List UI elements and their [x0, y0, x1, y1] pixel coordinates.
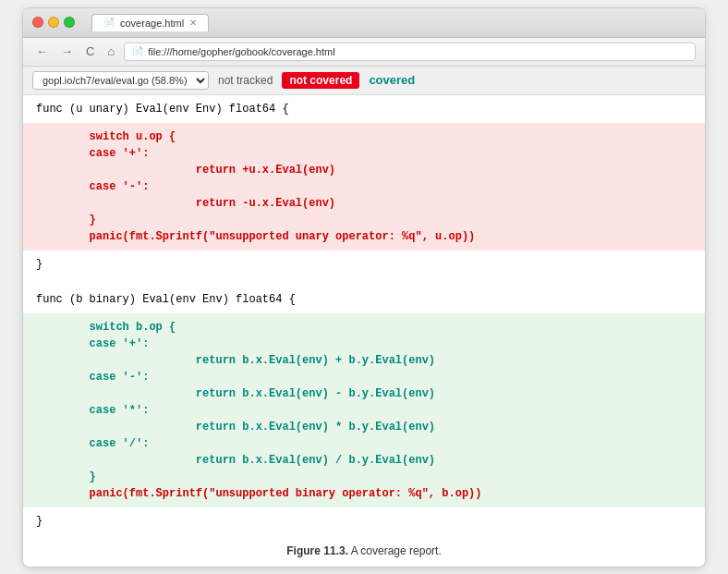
code-line: return -u.x.Eval(env): [36, 195, 692, 212]
code-line: switch b.op {: [36, 319, 692, 336]
code-line: return b.x.Eval(env) + b.y.Eval(env): [36, 352, 692, 369]
code-line: return b.x.Eval(env) / b.y.Eval(env): [36, 452, 692, 469]
code-line: }: [36, 212, 692, 228]
func1-body-block: switch u.op { case '+': return +u.x.Eval…: [23, 123, 705, 250]
code-line: panic(fmt.Sprintf("unsupported unary ope…: [36, 228, 692, 245]
not-tracked-label: not tracked: [218, 74, 273, 87]
not-covered-badge: not covered: [282, 72, 359, 89]
nav-bar: ← → C ⌂ 📄 file:///home/gopher/gobook/cov…: [23, 38, 705, 67]
maximize-button[interactable]: [64, 17, 75, 28]
url-text: file:///home/gopher/gobook/coverage.html: [148, 46, 334, 57]
func1-close-block: }: [23, 250, 705, 278]
code-line: case '/':: [36, 435, 692, 452]
code-line: return b.x.Eval(env) - b.y.Eval(env): [36, 385, 692, 402]
func2-body-block: switch b.op { case '+': return b.x.Eval(…: [23, 313, 705, 507]
forward-button[interactable]: →: [57, 43, 77, 60]
page-icon: 📄: [132, 46, 143, 56]
tab-bar: 📄 coverage.html ✕: [91, 14, 696, 31]
coverage-toolbar: gopl.io/ch7/eval/eval.go (58.8%) not tra…: [23, 67, 705, 95]
url-bar[interactable]: 📄 file:///home/gopher/gobook/coverage.ht…: [124, 43, 696, 61]
code-line: case '+':: [36, 336, 692, 352]
code-line: case '+':: [36, 145, 692, 162]
tab-file-icon: 📄: [103, 18, 115, 28]
minimize-button[interactable]: [48, 17, 59, 28]
traffic-lights: [32, 17, 75, 28]
covered-badge: covered: [369, 73, 415, 87]
func1-close: }: [36, 256, 692, 273]
browser-tab[interactable]: 📄 coverage.html ✕: [91, 14, 209, 31]
title-bar: 📄 coverage.html ✕: [23, 8, 705, 38]
func1-header: func (u unary) Eval(env Env) float64 {: [36, 101, 692, 117]
code-line: return b.x.Eval(env) * b.y.Eval(env): [36, 419, 692, 435]
code-line: case '-':: [36, 178, 692, 195]
tab-label: coverage.html: [120, 18, 184, 29]
func2-header-block: func (b binary) Eval(env Env) float64 {: [23, 286, 705, 313]
figure-caption: Figure 11.3. A coverage report.: [23, 535, 705, 567]
spacer: [23, 278, 705, 286]
func2-close-block: }: [23, 507, 705, 535]
code-line: case '*':: [36, 402, 692, 419]
refresh-button[interactable]: C: [82, 43, 98, 60]
figure-label: Figure 11.3.: [286, 544, 348, 557]
browser-window: 📄 coverage.html ✕ ← → C ⌂ 📄 file:///home…: [22, 7, 706, 568]
code-line: switch u.op {: [36, 128, 692, 145]
home-button[interactable]: ⌂: [103, 43, 118, 60]
code-area: func (u unary) Eval(env Env) float64 { s…: [23, 95, 705, 535]
func2-header: func (b binary) Eval(env Env) float64 {: [36, 291, 692, 308]
code-line: case '-':: [36, 369, 692, 385]
caption-text: A coverage report.: [351, 544, 442, 557]
back-button[interactable]: ←: [32, 43, 52, 60]
close-button[interactable]: [32, 17, 43, 28]
code-line: panic(fmt.Sprintf("unsupported binary op…: [36, 485, 692, 502]
tab-close-button[interactable]: ✕: [189, 18, 197, 28]
code-line: return +u.x.Eval(env): [36, 162, 692, 178]
func1-header-block: func (u unary) Eval(env Env) float64 {: [23, 95, 705, 123]
func2-close: }: [36, 513, 692, 530]
file-select[interactable]: gopl.io/ch7/eval/eval.go (58.8%): [32, 71, 209, 90]
code-line: }: [36, 469, 692, 485]
